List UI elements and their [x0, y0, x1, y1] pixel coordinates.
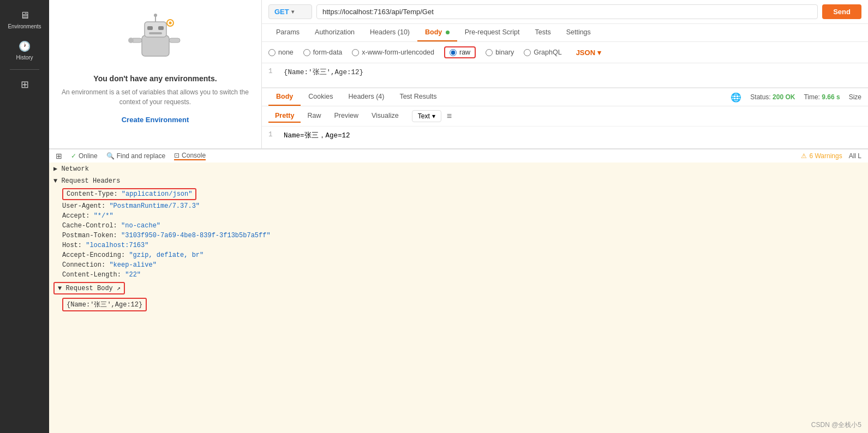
tab-body[interactable]: Body: [417, 24, 457, 41]
connection-val: "keep-alive": [109, 261, 156, 269]
disp-tab-visualize[interactable]: Visualize: [365, 110, 405, 123]
resp-tab-body[interactable]: Body: [268, 88, 301, 106]
tab-tests[interactable]: Tests: [527, 24, 558, 41]
find-replace-button[interactable]: 🔍 Find and replace: [106, 152, 165, 160]
svg-rect-8: [169, 38, 180, 43]
console-button[interactable]: ⊡ Console: [174, 152, 206, 160]
format-label: JSON: [576, 49, 595, 57]
console-icon: ⊡: [174, 152, 179, 159]
body-raw-option[interactable]: raw: [450, 49, 470, 56]
online-label: Online: [79, 152, 98, 160]
user-agent-line: User-Agent: "PostmanRuntime/7.37.3": [49, 201, 868, 211]
method-select[interactable]: GET ▾: [268, 4, 312, 19]
send-button[interactable]: Send: [822, 4, 861, 19]
cache-control-line: Cache-Control: "no-cache": [49, 221, 868, 231]
response-format-label: Text: [418, 112, 430, 120]
all-l-label: All L: [849, 152, 861, 160]
sidebar-item-environments[interactable]: 🖥 Environments: [0, 4, 49, 35]
disp-tab-pretty[interactable]: Pretty: [268, 110, 301, 123]
accept-key: Accept:: [62, 212, 89, 220]
content-length-line: Content-Length: "22": [49, 270, 868, 280]
body-none-option[interactable]: none: [268, 49, 294, 56]
watermark: CSDN @全栈小5: [811, 420, 861, 430]
request-body-content-line: {Name:'张三',Age:12}: [49, 297, 868, 312]
request-headers-section[interactable]: ▼ Request Headers: [49, 175, 868, 187]
tab-settings[interactable]: Settings: [559, 24, 598, 41]
response-body: 1 Name=张三，Age=12: [262, 127, 868, 148]
host-key: Host:: [62, 242, 82, 249]
body-raw-box: raw: [444, 46, 476, 58]
status-bar: ⊞ ✓ Online 🔍 Find and replace ⊡ Console …: [49, 149, 868, 163]
body-binary-option[interactable]: binary: [486, 49, 514, 56]
size-text: Size: [849, 93, 861, 101]
collections-icon: ⊞: [21, 79, 29, 91]
request-body-content-highlight: {Name:'张三',Age:12}: [62, 298, 147, 311]
sidebar: 🖥 Environments 🕐 History ⊞: [0, 0, 49, 433]
svg-rect-0: [142, 35, 169, 56]
console-area: ▶ Network ▼ Request Headers Content-Type…: [49, 163, 868, 433]
resp-tab-headers[interactable]: Headers (4): [340, 88, 392, 106]
find-replace-label: Find and replace: [117, 152, 165, 160]
disp-tab-preview[interactable]: Preview: [327, 110, 364, 123]
response-status: 🌐 Status: 200 OK Time: 9.66 s Size: [731, 92, 861, 103]
network-section[interactable]: ▶ Network: [49, 163, 868, 175]
connection-line: Connection: "keep-alive": [49, 260, 868, 270]
warnings-label: 6 Warnings: [809, 152, 842, 160]
format-chevron-icon: ▾: [597, 49, 601, 57]
code-line-1: 1 {Name:'张三',Age:12}: [268, 68, 861, 77]
text-dropdown[interactable]: Text ▾: [412, 110, 441, 122]
svg-rect-5: [158, 26, 164, 30]
request-body-highlight: ▼ Request Body ↗: [53, 282, 125, 294]
history-icon: 🕐: [19, 40, 31, 52]
url-input[interactable]: [316, 4, 818, 19]
no-env-desc: An environment is a set of variables tha…: [58, 87, 253, 107]
tab-pre-request[interactable]: Pre-request Script: [457, 24, 528, 41]
json-dropdown[interactable]: JSON ▾: [576, 49, 601, 57]
no-env-title: You don't have any environments.: [93, 74, 217, 83]
check-icon: ✓: [71, 152, 76, 160]
accept-val: "*/*": [94, 212, 113, 220]
user-agent-val: "PostmanRuntime/7.37.3": [109, 202, 200, 210]
svg-rect-4: [147, 26, 153, 30]
resp-tab-cookies[interactable]: Cookies: [301, 88, 340, 106]
resp-content-1: Name=张三，Age=12: [284, 131, 350, 140]
request-headers-label: ▼ Request Headers: [53, 177, 120, 185]
sidebar-divider: [10, 69, 39, 70]
body-urlencoded-option[interactable]: x-www-form-urlencoded: [352, 49, 434, 56]
sidebar-item-collections[interactable]: ⊞: [0, 73, 49, 96]
wrap-button[interactable]: ≡: [447, 111, 452, 121]
content-type-key: Content-Type:: [67, 190, 118, 198]
tab-headers[interactable]: Headers (10): [362, 24, 417, 41]
layout-icon[interactable]: ⊞: [56, 152, 62, 160]
disp-tab-raw[interactable]: Raw: [301, 110, 327, 123]
search-icon: 🔍: [106, 152, 115, 160]
warning-icon: ⚠: [801, 152, 807, 160]
user-agent-key: User-Agent:: [62, 202, 105, 210]
tab-authorization[interactable]: Authorization: [307, 24, 362, 41]
tab-params[interactable]: Params: [268, 24, 307, 41]
method-chevron-icon: ▾: [291, 9, 294, 15]
main-wrapper: You don't have any environments. An envi…: [49, 0, 868, 433]
request-body-editor[interactable]: 1 {Name:'张三',Age:12}: [262, 63, 868, 88]
host-line: Host: "localhost:7163": [49, 240, 868, 250]
request-body-content: {Name:'张三',Age:12}: [67, 301, 142, 309]
online-indicator: ✓ Online: [71, 152, 98, 160]
environments-icon: 🖥: [20, 10, 29, 21]
content-type-highlight: Content-Type: "application/json": [62, 188, 196, 200]
accept-encoding-line: Accept-Encoding: "gzip, deflate, br": [49, 250, 868, 260]
request-body-section[interactable]: ▼ Request Body ↗: [49, 280, 868, 297]
sidebar-item-history[interactable]: 🕐 History: [0, 35, 49, 66]
body-formdata-option[interactable]: form-data: [303, 49, 343, 56]
postman-token-key: Postman-Token:: [62, 232, 117, 239]
warnings-badge[interactable]: ⚠ 6 Warnings: [801, 152, 842, 160]
create-env-button[interactable]: Create Environment: [122, 116, 189, 124]
accept-encoding-val: "gzip, deflate, br": [129, 251, 203, 259]
response-section: Body Cookies Headers (4) Test Results 🌐 …: [262, 88, 868, 148]
request-body-label: ▼ Request Body ↗: [58, 285, 121, 292]
resp-tab-testresults[interactable]: Test Results: [392, 88, 444, 106]
host-val: "localhost:7163": [86, 242, 148, 249]
code-content-1: {Name:'张三',Age:12}: [284, 68, 363, 77]
svg-point-11: [169, 22, 171, 25]
body-graphql-option[interactable]: GraphQL: [524, 49, 561, 56]
content-type-val: "application/json": [122, 190, 193, 198]
